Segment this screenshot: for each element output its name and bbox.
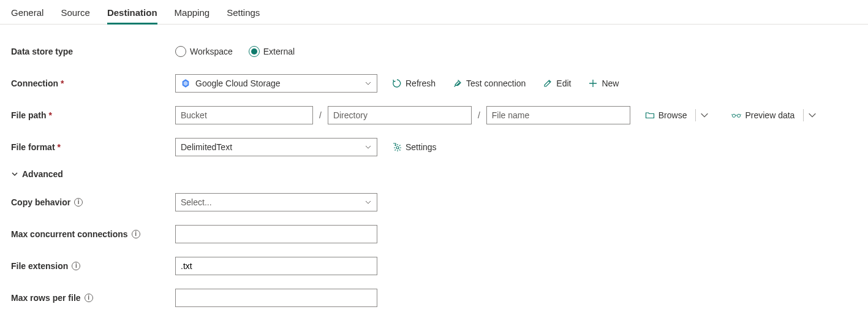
connection-select[interactable]: Google Cloud Storage (175, 74, 377, 93)
chevron-down-icon (807, 110, 817, 120)
radio-external[interactable]: External (249, 46, 295, 57)
max-rows-input[interactable] (181, 293, 372, 303)
info-icon[interactable]: i (72, 262, 80, 270)
info-icon[interactable]: i (74, 198, 83, 207)
required-marker: * (61, 78, 64, 88)
preview-data-button[interactable]: Preview data (729, 110, 797, 120)
advanced-label: Advanced (22, 169, 63, 179)
svg-point-0 (733, 114, 736, 117)
svg-point-2 (396, 146, 399, 149)
tab-source[interactable]: Source (61, 4, 90, 25)
refresh-icon (392, 78, 402, 88)
glasses-icon (731, 110, 741, 120)
edit-button[interactable]: Edit (540, 78, 573, 88)
pencil-icon (543, 78, 553, 88)
max-concurrent-input[interactable] (181, 229, 372, 239)
radio-external-label: External (263, 47, 295, 56)
format-settings-button[interactable]: Settings (390, 142, 439, 152)
tab-destination[interactable]: Destination (107, 4, 157, 25)
copy-behavior-select[interactable]: Select... (175, 193, 377, 211)
max-concurrent-input-wrap (175, 225, 377, 243)
browse-label: Browse (659, 110, 687, 120)
connection-value: Google Cloud Storage (195, 78, 281, 88)
info-icon[interactable]: i (85, 294, 93, 302)
tab-general[interactable]: General (11, 4, 43, 25)
preview-data-label: Preview data (745, 110, 794, 120)
new-button[interactable]: New (586, 78, 621, 88)
filename-input-wrap (486, 106, 630, 124)
file-extension-input-wrap (175, 257, 377, 275)
refresh-label: Refresh (406, 78, 436, 88)
plus-icon (588, 78, 598, 88)
copy-behavior-placeholder: Select... (181, 197, 212, 207)
required-marker: * (58, 142, 61, 152)
chevron-down-icon (11, 170, 18, 178)
plug-icon (453, 78, 462, 88)
radio-workspace[interactable]: Workspace (175, 46, 233, 57)
directory-input[interactable] (333, 110, 466, 120)
required-marker: * (49, 110, 52, 120)
chevron-down-icon (364, 80, 372, 87)
destination-form: Data store type Workspace External Conne… (0, 25, 868, 323)
label-max-rows: Max rows per file (11, 293, 81, 303)
directory-input-wrap (328, 106, 472, 124)
filename-input[interactable] (492, 110, 625, 120)
label-copy-behavior: Copy behavior (11, 197, 70, 207)
folder-icon (645, 110, 655, 120)
browse-button[interactable]: Browse (643, 110, 690, 120)
google-cloud-storage-icon (181, 78, 191, 88)
info-icon[interactable]: i (132, 230, 140, 238)
chevron-down-icon (700, 110, 709, 120)
label-connection: Connection (11, 78, 58, 88)
tabs-bar: General Source Destination Mapping Setti… (0, 0, 868, 25)
file-format-select[interactable]: DelimitedText (175, 138, 377, 156)
max-rows-input-wrap (175, 289, 377, 307)
preview-more-button[interactable] (803, 109, 821, 121)
label-data-store-type: Data store type (11, 47, 175, 56)
edit-label: Edit (556, 78, 571, 88)
new-label: New (602, 78, 619, 88)
tab-mapping[interactable]: Mapping (175, 4, 210, 25)
svg-point-1 (738, 114, 741, 117)
test-connection-button[interactable]: Test connection (450, 78, 528, 88)
gear-settings-icon (392, 142, 402, 152)
label-file-path: File path (11, 110, 47, 120)
radio-workspace-label: Workspace (190, 47, 233, 56)
test-connection-label: Test connection (466, 78, 526, 88)
path-separator: / (318, 110, 323, 120)
chevron-down-icon (364, 143, 372, 151)
chevron-down-icon (364, 199, 372, 206)
browse-more-button[interactable] (695, 109, 713, 121)
file-format-value: DelimitedText (181, 142, 232, 152)
bucket-input[interactable] (181, 110, 308, 120)
bucket-input-wrap (175, 106, 313, 124)
label-file-format: File format (11, 142, 55, 152)
tab-settings[interactable]: Settings (227, 4, 260, 25)
format-settings-label: Settings (406, 142, 437, 152)
label-file-extension: File extension (11, 261, 68, 271)
label-max-concurrent: Max concurrent connections (11, 229, 128, 239)
file-extension-input[interactable] (181, 261, 372, 271)
path-separator: / (477, 110, 481, 120)
refresh-button[interactable]: Refresh (390, 78, 438, 88)
advanced-toggle[interactable]: Advanced (11, 169, 857, 179)
